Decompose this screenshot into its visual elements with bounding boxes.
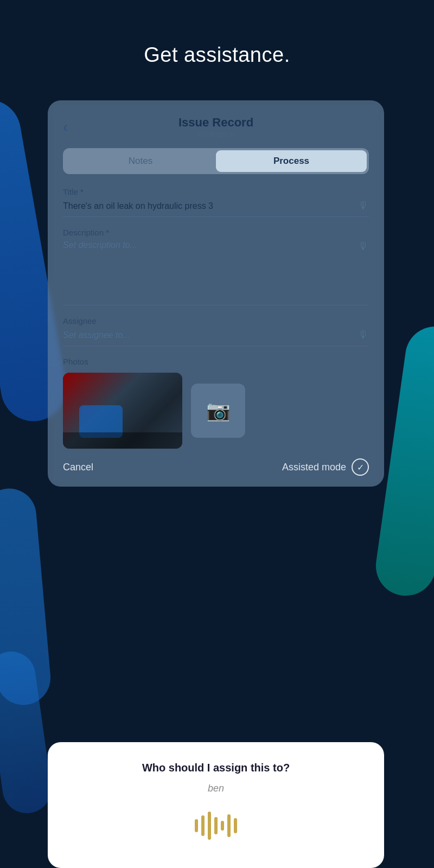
wave-bar-3	[208, 812, 211, 840]
title-value: There's an oil leak on hydraulic press 3	[63, 201, 358, 211]
tab-notes[interactable]: Notes	[65, 150, 216, 172]
description-label: Description *	[63, 228, 369, 237]
back-button[interactable]: ‹	[63, 119, 68, 136]
wave-bar-5	[221, 821, 224, 831]
wave-bar-7	[234, 818, 237, 833]
sound-wave	[63, 809, 369, 842]
main-card: ‹ Issue Record Workspace Notes Process T…	[48, 100, 384, 487]
photos-row: 📷	[63, 373, 369, 449]
title-field-group: Title * There's an oil leak on hydraulic…	[63, 187, 369, 217]
description-placeholder: Set description to...	[63, 240, 358, 250]
assignee-mic-icon[interactable]: 🎙	[358, 329, 369, 341]
title-mic-icon[interactable]: 🎙	[358, 200, 369, 212]
page-title: Get assistance.	[0, 43, 434, 67]
cancel-button[interactable]: Cancel	[63, 462, 93, 473]
photos-label: Photos	[63, 357, 369, 366]
card-title-sub: Workspace	[178, 130, 253, 138]
assignee-placeholder: Set assignee to...	[63, 330, 358, 340]
description-field-group: Description * Set description to... 🎙	[63, 228, 369, 305]
card-bottom-bar: Cancel Assisted mode ✓	[63, 458, 369, 476]
add-photo-button[interactable]: 📷	[191, 384, 245, 438]
title-label: Title *	[63, 187, 369, 196]
assignee-field-group: Assignee Set assignee to... 🎙	[63, 316, 369, 346]
card-header: ‹ Issue Record Workspace	[63, 116, 369, 138]
card-title: Issue Record Workspace	[178, 116, 253, 138]
assisted-mode-check-icon: ✓	[352, 458, 369, 476]
title-field-row[interactable]: There's an oil leak on hydraulic press 3…	[63, 200, 369, 217]
bottom-panel: Who should I assign this to? ben	[48, 742, 384, 868]
photo-thumbnail[interactable]	[63, 373, 182, 449]
assisted-mode-label: Assisted mode	[282, 462, 346, 473]
assignee-field-row[interactable]: Set assignee to... 🎙	[63, 329, 369, 346]
wave-bar-4	[214, 817, 218, 834]
tab-process[interactable]: Process	[216, 150, 367, 172]
assisted-mode-button[interactable]: Assisted mode ✓	[282, 458, 369, 476]
description-mic-icon[interactable]: 🎙	[358, 240, 369, 253]
bottom-panel-question: Who should I assign this to?	[63, 762, 369, 774]
wave-bar-6	[227, 814, 231, 837]
assignee-label: Assignee	[63, 316, 369, 326]
description-field-row[interactable]: Set description to... 🎙	[63, 240, 369, 305]
wave-bar-2	[201, 815, 205, 836]
tabs-container: Notes Process	[63, 148, 369, 174]
photo-image	[63, 373, 182, 449]
wave-bar-1	[195, 819, 198, 832]
photos-section: Photos 📷	[63, 357, 369, 449]
camera-icon: 📷	[206, 399, 231, 422]
bottom-panel-input[interactable]: ben	[63, 783, 369, 794]
card-title-main: Issue Record	[178, 116, 253, 130]
